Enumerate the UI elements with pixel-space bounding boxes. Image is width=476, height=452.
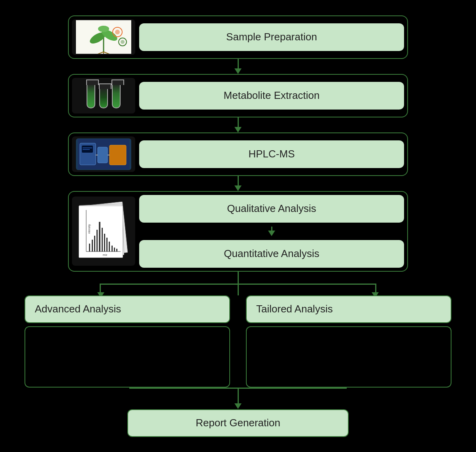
hplc-equipment-icon bbox=[76, 138, 131, 170]
svg-rect-30 bbox=[102, 228, 103, 252]
arrow-head-3 bbox=[234, 185, 242, 191]
qualitative-analysis-label-box: Qualitative Analysis bbox=[139, 195, 404, 223]
tube-1 bbox=[87, 83, 95, 108]
arrow-line-2 bbox=[238, 117, 239, 127]
svg-rect-14 bbox=[98, 147, 108, 163]
svg-rect-35 bbox=[114, 248, 115, 252]
quantitative-analysis-text: Quantitative Analysis bbox=[224, 248, 319, 260]
report-connector bbox=[21, 388, 455, 409]
arrow-2 bbox=[234, 117, 242, 132]
advanced-analysis-content bbox=[25, 326, 230, 388]
advanced-analysis-label-box: Advanced Analysis bbox=[25, 295, 230, 323]
svg-point-11 bbox=[121, 40, 125, 44]
quantitative-analysis-label-box: Quantitative Analysis bbox=[139, 240, 404, 268]
arrow-3 bbox=[234, 176, 242, 191]
hplc-ms-text: HPLC-MS bbox=[248, 148, 295, 160]
mass-spec-papers-icon: ntensity m/z bbox=[74, 200, 133, 263]
tailored-analysis-label-box: Tailored Analysis bbox=[246, 295, 451, 323]
svg-point-4 bbox=[98, 26, 109, 32]
svg-rect-28 bbox=[96, 230, 98, 252]
inner-arrow-line bbox=[271, 227, 272, 231]
spectrum-svg: ntensity m/z bbox=[79, 206, 123, 257]
svg-rect-26 bbox=[92, 240, 93, 252]
svg-rect-25 bbox=[89, 244, 90, 252]
double-label-boxes: Qualitative Analysis Quantitative Analys… bbox=[139, 195, 404, 268]
tailored-analysis-text: Tailored Analysis bbox=[256, 303, 333, 315]
analysis-double-step: ntensity m/z bbox=[68, 191, 408, 272]
svg-rect-33 bbox=[109, 242, 110, 252]
branch-horizontal bbox=[100, 284, 376, 285]
svg-rect-32 bbox=[106, 238, 108, 252]
svg-rect-27 bbox=[94, 236, 95, 252]
sample-preparation-image bbox=[72, 19, 135, 55]
sample-preparation-step: Sample Preparation bbox=[68, 15, 408, 59]
report-generation-box: Report Generation bbox=[127, 409, 349, 437]
report-arrowhead bbox=[234, 403, 242, 409]
svg-point-9 bbox=[115, 30, 120, 34]
metabolite-extraction-text: Metabolite Extraction bbox=[224, 89, 320, 102]
sample-preparation-text: Sample Preparation bbox=[226, 31, 317, 43]
branch-left-line bbox=[100, 284, 101, 292]
inner-arrow bbox=[139, 227, 404, 236]
advanced-analysis-text: Advanced Analysis bbox=[35, 303, 121, 315]
hplc-ms-label-box: HPLC-MS bbox=[139, 140, 404, 168]
arrow-head-1 bbox=[234, 68, 242, 74]
arrow-1 bbox=[234, 59, 242, 74]
flowchart: Sample Preparation Metabolite Extraction bbox=[21, 15, 455, 437]
svg-rect-31 bbox=[104, 234, 105, 252]
tailored-analysis-column: Tailored Analysis bbox=[238, 295, 455, 388]
hplc-ms-image bbox=[72, 136, 135, 172]
report-right-corner bbox=[346, 388, 347, 389]
svg-text:m/z: m/z bbox=[103, 253, 108, 256]
branch-right-line bbox=[375, 284, 376, 292]
svg-rect-18 bbox=[82, 146, 93, 153]
tailored-analysis-content bbox=[246, 326, 451, 388]
branch-section bbox=[21, 272, 455, 295]
arrow-line-3 bbox=[238, 176, 239, 185]
inner-arrow-head bbox=[268, 231, 275, 236]
svg-rect-34 bbox=[111, 246, 113, 252]
advanced-analysis-column: Advanced Analysis bbox=[21, 295, 238, 388]
metabolite-extraction-image bbox=[72, 78, 135, 113]
arrow-line-1 bbox=[238, 59, 239, 68]
arrow-head-2 bbox=[234, 127, 242, 132]
report-generation-text: Report Generation bbox=[196, 417, 280, 429]
bottom-split-section: Advanced Analysis Tailored Analysis bbox=[21, 295, 455, 388]
tube-3 bbox=[112, 83, 121, 108]
tube-2 bbox=[99, 87, 108, 108]
analysis-image: ntensity m/z bbox=[72, 197, 135, 266]
sample-preparation-label-box: Sample Preparation bbox=[139, 23, 404, 51]
report-left-corner bbox=[129, 388, 130, 389]
svg-rect-29 bbox=[99, 222, 100, 252]
svg-rect-36 bbox=[116, 249, 117, 252]
paper-front: ntensity m/z bbox=[79, 206, 123, 258]
qualitative-analysis-text: Qualitative Analysis bbox=[227, 202, 316, 215]
svg-text:ntensity: ntensity bbox=[88, 224, 91, 234]
svg-rect-15 bbox=[110, 145, 126, 165]
metabolite-extraction-label-box: Metabolite Extraction bbox=[139, 82, 404, 110]
metabolite-extraction-step: Metabolite Extraction bbox=[68, 74, 408, 117]
hplc-svg bbox=[78, 139, 129, 169]
test-tubes-icon bbox=[87, 83, 121, 108]
hplc-ms-step: HPLC-MS bbox=[68, 132, 408, 176]
plant-icon bbox=[76, 20, 131, 54]
report-center-line bbox=[238, 388, 239, 403]
